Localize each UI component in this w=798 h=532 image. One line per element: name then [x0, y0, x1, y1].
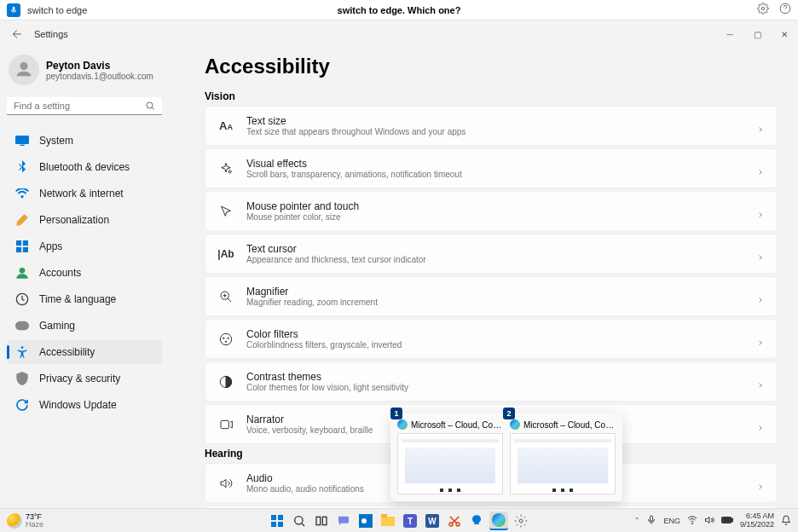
sidebar-item-apps[interactable]: Apps — [7, 234, 162, 258]
window-preview-2[interactable]: 2Microsoft – Cloud, Computers, ... — [510, 419, 616, 494]
settings-card-contrast[interactable]: Contrast themesColor themes for low visi… — [205, 361, 778, 402]
chat-icon[interactable] — [334, 512, 353, 530]
chevron-right-icon — [756, 165, 765, 173]
card-description: Mouse pointer color, size — [246, 212, 756, 222]
settings-taskbar-icon[interactable] — [512, 512, 530, 530]
back-button[interactable] — [10, 27, 24, 41]
teams-icon[interactable]: T — [401, 512, 419, 530]
sidebar-item-label: Bluetooth & devices — [39, 161, 130, 173]
bluetooth-icon — [15, 160, 29, 174]
word-icon[interactable]: W — [423, 512, 442, 530]
search-input[interactable] — [14, 101, 145, 111]
search-icon — [145, 101, 155, 111]
sidebar-item-label: Windows Update — [39, 399, 117, 411]
task-view-icon[interactable] — [312, 512, 331, 530]
preview-thumbnail — [510, 433, 616, 494]
page-title: Accessibility — [205, 55, 778, 78]
notifications-tray-icon[interactable] — [781, 515, 791, 527]
sidebar: Peyton Davis peytondavis.1@outlook.com S… — [0, 48, 169, 508]
shield-icon — [15, 372, 29, 385]
clock[interactable]: 6:45 AM 9/15/2022 — [740, 512, 774, 529]
settings-card-sparkle[interactable]: Visual effectsScroll bars, transparency,… — [205, 148, 778, 188]
tips-icon[interactable] — [467, 512, 486, 530]
sidebar-item-system[interactable]: System — [7, 129, 162, 153]
svg-rect-25 — [316, 517, 321, 524]
svg-rect-19 — [221, 420, 228, 428]
maximize-button[interactable]: ▢ — [743, 20, 771, 48]
sidebar-item-accessibility[interactable]: Accessibility — [7, 340, 162, 364]
gaming-icon — [15, 319, 29, 332]
sidebar-item-label: Accounts — [39, 267, 81, 279]
battery-tray-icon[interactable] — [721, 516, 733, 526]
voice-question-text: switch to edge. Which one? — [338, 5, 461, 15]
account-icon — [15, 266, 29, 280]
svg-text:W: W — [428, 517, 437, 526]
edge-icon[interactable] — [489, 512, 508, 530]
settings-card-cursor[interactable]: Mouse pointer and touchMouse pointer col… — [205, 191, 778, 231]
textsize-icon: AA — [217, 118, 234, 135]
sidebar-item-account[interactable]: Accounts — [7, 261, 162, 285]
system-icon — [15, 134, 29, 147]
snip-icon[interactable] — [445, 512, 464, 530]
section-header: Vision — [205, 90, 778, 102]
svg-rect-7 — [16, 247, 21, 252]
preview-badge: 1 — [390, 408, 402, 419]
language-indicator[interactable]: ENG — [663, 517, 680, 525]
sidebar-item-gaming[interactable]: Gaming — [7, 314, 162, 338]
chevron-right-icon — [756, 378, 765, 386]
svg-rect-11 — [15, 321, 29, 331]
outlook-icon[interactable] — [356, 512, 375, 530]
settings-search[interactable] — [7, 97, 162, 115]
card-title: Mouse pointer and touch — [246, 200, 756, 212]
sidebar-item-shield[interactable]: Privacy & security — [7, 367, 162, 390]
brush-icon — [15, 213, 29, 227]
microphone-icon[interactable] — [7, 3, 20, 17]
weather-condition: Haze — [26, 521, 43, 529]
sidebar-item-clock[interactable]: Time & language — [7, 287, 162, 311]
profile-block[interactable]: Peyton Davis peytondavis.1@outlook.com — [7, 55, 162, 85]
svg-point-24 — [295, 516, 303, 523]
settings-card-textsize[interactable]: AAText sizeText size that appears throug… — [205, 106, 778, 146]
sidebar-item-brush[interactable]: Personalization — [7, 208, 162, 232]
svg-text:T: T — [408, 517, 413, 526]
card-title: Magnifier — [246, 286, 756, 298]
titlebar: Settings ─ ▢ ✕ — [0, 20, 798, 48]
window-preview-1[interactable]: 1Microsoft – Cloud, Computers, ... — [397, 419, 503, 494]
taskbar-search-icon[interactable] — [290, 512, 309, 530]
sidebar-item-wifi[interactable]: Network & internet — [7, 182, 162, 205]
file-explorer-icon[interactable] — [379, 512, 397, 530]
taskbar-center: T W — [268, 512, 530, 530]
settings-card-palette[interactable]: Color filtersColorblindness filters, gra… — [205, 319, 778, 359]
sidebar-item-label: Gaming — [39, 320, 75, 332]
settings-card-zoom[interactable]: MagnifierMagnifier reading, zoom increme… — [205, 276, 778, 316]
svg-rect-43 — [723, 518, 731, 522]
svg-rect-23 — [278, 522, 283, 527]
edge-icon — [397, 419, 408, 430]
help-icon[interactable] — [779, 3, 791, 18]
tray-chevron-icon[interactable]: ˄ — [635, 517, 639, 525]
svg-rect-4 — [20, 145, 24, 146]
preview-title: Microsoft – Cloud, Computers, ... — [510, 419, 616, 430]
tray-mic-icon[interactable] — [646, 515, 656, 527]
wifi-tray-icon[interactable] — [687, 515, 697, 527]
svg-point-12 — [21, 346, 24, 349]
card-title: Contrast themes — [246, 371, 756, 383]
wifi-icon — [15, 187, 29, 200]
update-icon — [15, 398, 29, 412]
sidebar-item-bluetooth[interactable]: Bluetooth & devices — [7, 155, 162, 179]
svg-point-29 — [361, 518, 367, 523]
start-button[interactable] — [268, 512, 286, 530]
close-button[interactable]: ✕ — [771, 20, 798, 48]
apps-icon — [15, 240, 29, 253]
svg-rect-42 — [732, 518, 732, 522]
minimize-button[interactable]: ─ — [716, 20, 743, 48]
weather-widget[interactable]: 73°F Haze — [0, 513, 50, 529]
svg-point-14 — [220, 333, 231, 344]
sidebar-item-update[interactable]: Windows Update — [7, 393, 162, 417]
settings-card-textcursor[interactable]: |AbText cursorAppearance and thickness, … — [205, 234, 778, 274]
volume-tray-icon[interactable] — [704, 515, 714, 527]
narrator-icon — [217, 416, 234, 433]
preview-badge: 2 — [503, 408, 515, 419]
settings-gear-icon[interactable] — [757, 3, 769, 18]
sidebar-item-label: Privacy & security — [39, 373, 120, 385]
